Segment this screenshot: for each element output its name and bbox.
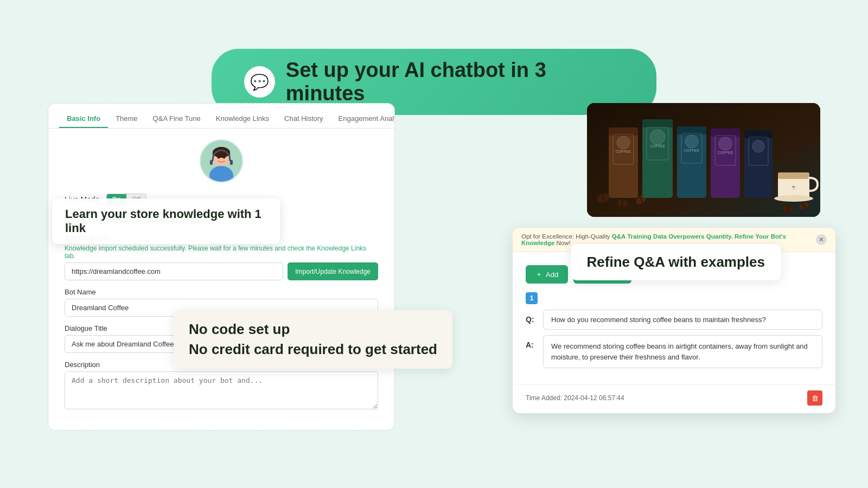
- bot-name-label: Bot Name: [65, 288, 378, 296]
- close-button[interactable]: ✕: [816, 234, 827, 245]
- callout-learn-link: Learn your store knowledge with 1 link: [52, 198, 280, 244]
- delete-qa-button[interactable]: 🗑: [807, 390, 822, 406]
- product-image: COFFEE COFFEE COFFEE COFFEE: [587, 103, 820, 217]
- callout-nocode: No code set up No credit card required t…: [174, 310, 452, 369]
- svg-point-38: [752, 140, 764, 152]
- tab-theme[interactable]: Theme: [108, 110, 145, 128]
- timestamp: Time Added: 2024-04-12 06:57:44: [526, 394, 624, 402]
- chatbot-config-panel: Basic Info Theme Q&A Fine Tune Knowledge…: [48, 103, 395, 431]
- svg-rect-40: [778, 172, 809, 179]
- import-knowledge-button[interactable]: Import/Update Knowledge: [288, 262, 378, 280]
- svg-text:COFFEE: COFFEE: [718, 151, 733, 155]
- site-url-input[interactable]: [65, 262, 283, 280]
- qa-question-row: Q:: [526, 310, 822, 330]
- nocode-line1: No code set up: [189, 321, 437, 338]
- answer-text[interactable]: We recommend storing coffee beans in air…: [543, 335, 822, 368]
- question-label: Q:: [526, 315, 537, 324]
- add-icon: ＋: [535, 269, 542, 279]
- qa-footer: Time Added: 2024-04-12 06:57:44 🗑: [513, 384, 835, 413]
- nocode-line2: No credit card required to get started: [189, 341, 437, 358]
- description-textarea[interactable]: [65, 371, 378, 409]
- svg-rect-21: [642, 119, 673, 127]
- svg-point-42: [774, 195, 813, 202]
- add-qa-button[interactable]: ＋ Add: [526, 265, 568, 284]
- trash-icon: 🗑: [812, 394, 819, 402]
- svg-point-29: [685, 135, 698, 148]
- pagination-badge[interactable]: 1: [526, 292, 538, 304]
- tab-engagement-analytics[interactable]: Engagement Analytics (Beta): [331, 110, 395, 128]
- svg-point-34: [719, 137, 732, 150]
- svg-text:COFFEE: COFFEE: [616, 150, 631, 153]
- avatar[interactable]: [200, 139, 243, 183]
- tab-bar: Basic Info Theme Q&A Fine Tune Knowledge…: [48, 104, 394, 129]
- tab-knowledge-links[interactable]: Knowledge Links: [208, 110, 277, 128]
- product-image-container: COFFEE COFFEE COFFEE COFFEE: [587, 103, 820, 217]
- refine-heading-overlay: Refine Q&A with examples: [571, 244, 781, 280]
- svg-text:☕: ☕: [791, 184, 796, 190]
- panel-body: Live Mode On Off Bot ID 👤 Profile ❓ Cont…: [48, 129, 394, 430]
- svg-text:COFFEE: COFFEE: [684, 149, 700, 152]
- page-title: Set up your AI chatbot in 3 minutes: [286, 59, 624, 105]
- tab-basic-info[interactable]: Basic Info: [59, 110, 108, 128]
- avatar-section: [65, 139, 378, 183]
- answer-label: A:: [526, 341, 537, 349]
- tab-qa-fine-tune[interactable]: Q&A Fine Tune: [145, 110, 208, 128]
- svg-point-24: [650, 130, 665, 145]
- svg-point-19: [617, 136, 630, 149]
- import-success-message: Knowledge import scheduled successfully.…: [65, 245, 378, 260]
- logo-icon: 💬: [244, 66, 275, 98]
- question-input[interactable]: [543, 310, 822, 330]
- tab-chat-history[interactable]: Chat History: [277, 110, 331, 128]
- qa-answer-row: A: We recommend storing coffee beans in …: [526, 335, 822, 368]
